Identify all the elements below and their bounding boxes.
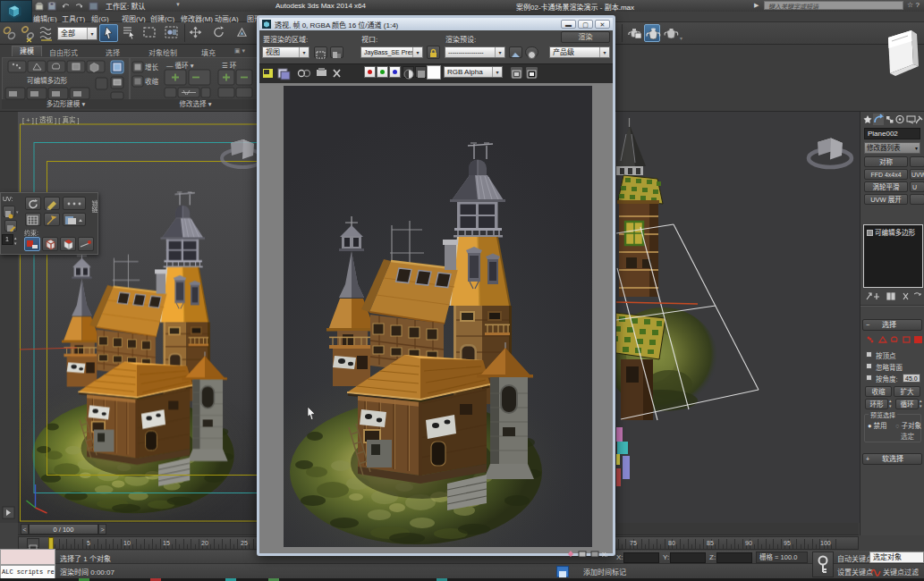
svg-text:X:: X: — [602, 552, 608, 558]
